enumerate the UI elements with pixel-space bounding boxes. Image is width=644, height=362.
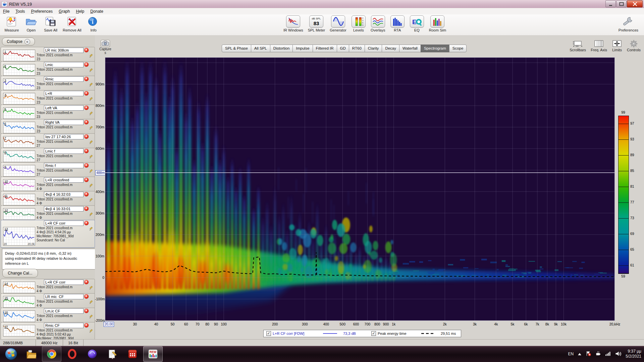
edit-pencil-icon[interactable]	[89, 314, 93, 320]
measurement-name-input[interactable]	[44, 206, 84, 212]
edit-pencil-icon[interactable]	[89, 154, 93, 160]
tab-spl-phase[interactable]: SPL & Phase	[222, 45, 251, 52]
trace-visibility-checkbox[interactable]: ✓	[266, 331, 271, 336]
toolbar-button-room-sim[interactable]: Room Sim	[429, 16, 446, 32]
menu-item-file[interactable]: File	[0, 9, 12, 14]
delete-measurement-button[interactable]: ×	[84, 221, 89, 225]
toolbar-button-levels[interactable]: 0369Levels	[351, 16, 366, 32]
measurement-name-input[interactable]	[44, 294, 84, 299]
delete-measurement-button[interactable]: ×	[84, 120, 89, 124]
tab-impulse[interactable]: Impulse	[292, 45, 313, 52]
view-button-limits[interactable]: Limits	[612, 39, 622, 52]
toolbar-button-preferences[interactable]: Preferences	[619, 16, 638, 32]
action-center-flag-icon[interactable]	[586, 351, 591, 358]
x-axis-edit-field[interactable]: 20,00	[104, 322, 114, 327]
edit-pencil-icon[interactable]	[89, 197, 93, 203]
measurement-thumbnail[interactable]: 132020,0k	[3, 227, 35, 246]
delete-measurement-button[interactable]: ×	[84, 192, 89, 196]
delete-measurement-button[interactable]: ×	[84, 149, 89, 153]
taskbar-button-notepad[interactable]	[103, 347, 122, 361]
measurement-thumbnail[interactable]: 4	[3, 93, 35, 105]
tab-spectrogram[interactable]: Spectrogram	[421, 45, 449, 52]
measurement-name-input[interactable]	[44, 134, 84, 139]
measurement-thumbnail[interactable]: 6	[3, 122, 35, 133]
delete-measurement-button[interactable]: ×	[84, 134, 89, 139]
measurement-name-input[interactable]	[44, 177, 84, 183]
measurement-name-input[interactable]	[44, 280, 84, 285]
measurement-row-14[interactable]: 14×Triton 2021 crossfired.m4 Φ	[1, 279, 95, 294]
view-button-controls[interactable]: Controls	[627, 39, 641, 52]
measurement-row-7[interactable]: 7×Triton 2021 crossfired.m27	[1, 133, 95, 148]
measurement-name-input[interactable]	[44, 148, 84, 154]
measurement-thumbnail[interactable]: 14	[3, 282, 35, 293]
delete-measurement-button[interactable]: ×	[84, 280, 89, 284]
edit-pencil-icon[interactable]	[89, 285, 93, 291]
measurement-thumbnail[interactable]: 1	[3, 50, 35, 61]
edit-pencil-icon[interactable]	[89, 169, 93, 175]
measurement-thumbnail[interactable]: 5	[3, 107, 35, 119]
measurement-row-3[interactable]: 3×Triton 2021 crossfired.m23	[1, 76, 95, 90]
tab-all-spl[interactable]: All SPL	[251, 45, 270, 52]
measurement-thumbnail[interactable]: 11	[3, 194, 35, 205]
measurement-name-input[interactable]	[44, 105, 84, 111]
delete-measurement-button[interactable]: ×	[84, 48, 89, 52]
measurement-thumbnail[interactable]: 8	[3, 150, 35, 162]
tray-expand-icon[interactable]	[578, 353, 581, 355]
clock[interactable]: 9:37 μμ 5/2/2021	[626, 349, 643, 359]
measurement-row-6[interactable]: 6×Triton 2021 crossfired.m23	[1, 119, 95, 134]
delete-measurement-button[interactable]: ×	[84, 323, 89, 327]
toolbar-button-open[interactable]: Open	[24, 16, 39, 32]
tab-distortion[interactable]: Distortion	[270, 45, 293, 52]
toolbar-button-info[interactable]: iInfo	[86, 16, 101, 32]
close-button[interactable]	[627, 0, 643, 7]
measurement-thumbnail[interactable]: 15	[3, 296, 35, 308]
delete-measurement-button[interactable]: ×	[84, 77, 89, 81]
menu-item-graph[interactable]: Graph	[56, 9, 73, 14]
edit-pencil-icon[interactable]	[89, 212, 93, 218]
menu-item-preferences[interactable]: Preferences	[28, 9, 56, 14]
edit-pencil-icon[interactable]	[89, 125, 93, 131]
toolbar-button-generator[interactable]: Generator	[330, 16, 346, 32]
measurement-row-4[interactable]: 4×Triton 2021 crossfired.m23	[1, 90, 95, 105]
toolbar-button-rta[interactable]: RTA	[390, 16, 405, 32]
measurement-row-9[interactable]: 9×Triton 2021 crossfired.m27	[1, 162, 95, 177]
delete-measurement-button[interactable]: ×	[84, 91, 89, 96]
delete-measurement-button[interactable]: ×	[84, 62, 89, 67]
power-plug-icon[interactable]	[596, 351, 601, 357]
change-cal-button[interactable]: Change Cal...	[2, 269, 38, 278]
measurement-thumbnail[interactable]: 12	[3, 208, 35, 220]
measurement-row-17[interactable]: 17×Triton 2021 crossfired.m4 Φεβ 2021 5:…	[1, 322, 95, 339]
taskbar-button-chrome[interactable]	[42, 346, 61, 362]
speaker-icon[interactable]	[615, 351, 621, 357]
view-button-scrollbars[interactable]: Scrollbars	[570, 39, 586, 52]
measurement-row-16[interactable]: 16×Triton 2021 crossfired.m4 Φ	[1, 308, 95, 322]
measurement-name-input[interactable]	[44, 48, 84, 53]
measurement-name-input[interactable]	[44, 221, 84, 226]
measurement-thumbnail[interactable]: 9	[3, 165, 35, 177]
measurement-name-input[interactable]	[44, 76, 84, 82]
taskbar-button-purple-browser[interactable]	[83, 347, 102, 361]
measurement-thumbnail[interactable]: 2	[3, 64, 35, 76]
edit-pencil-icon[interactable]	[89, 53, 93, 59]
taskbar-button-opera[interactable]	[63, 347, 82, 361]
measurement-row-1[interactable]: 1×Triton 2021 crossfired.m23	[1, 47, 95, 62]
taskbar-button-rew[interactable]: REW	[143, 346, 163, 362]
measurement-row-2[interactable]: 2×Triton 2021 crossfired.m23	[1, 61, 95, 76]
measurement-thumbnail[interactable]: 16	[3, 310, 35, 322]
measurement-name-input[interactable]	[44, 163, 84, 168]
tab-decay[interactable]: Decay	[382, 45, 399, 52]
edit-pencil-icon[interactable]	[89, 300, 93, 306]
menu-item-donate[interactable]: Donate	[87, 9, 106, 14]
language-indicator[interactable]: EN	[568, 352, 574, 356]
menu-item-tools[interactable]: Tools	[12, 9, 28, 14]
start-button[interactable]	[2, 347, 20, 361]
tab-rt60[interactable]: RT60	[349, 45, 365, 52]
tab-waterfall[interactable]: Waterfall	[399, 45, 421, 52]
measurement-name-input[interactable]	[44, 323, 84, 328]
delete-measurement-button[interactable]: ×	[84, 206, 89, 211]
measurement-name-input[interactable]	[44, 62, 84, 67]
toolbar-button-remove-all[interactable]: Remove All	[63, 16, 82, 32]
spectrogram-plot[interactable]	[105, 57, 615, 321]
delete-measurement-button[interactable]: ×	[84, 178, 89, 182]
capture-button[interactable]	[101, 40, 110, 47]
